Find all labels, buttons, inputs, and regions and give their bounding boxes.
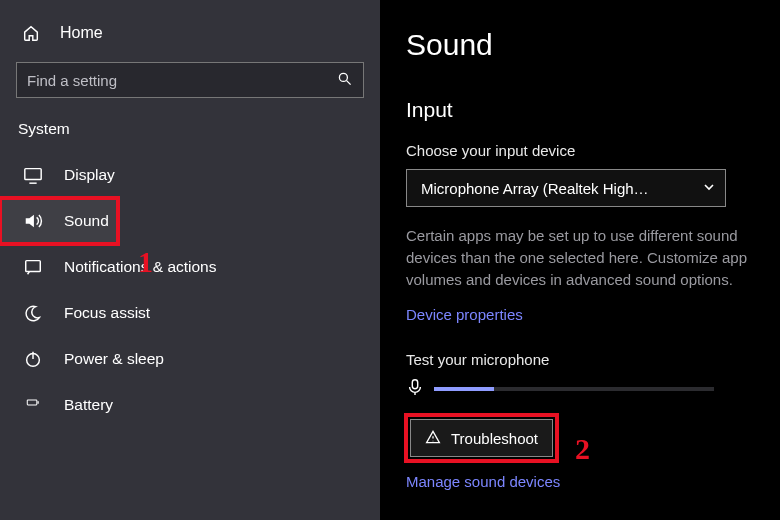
sidebar-item-label: Display [64, 166, 115, 184]
home-nav[interactable]: Home [0, 18, 380, 56]
search-input[interactable] [16, 62, 364, 98]
main-content: Sound Input Choose your input device Mic… [380, 0, 780, 520]
page-title: Sound [406, 28, 780, 62]
mic-test-row [406, 378, 780, 399]
warning-icon [425, 429, 441, 448]
sidebar-item-battery[interactable]: Battery [0, 382, 380, 428]
annotation-badge-2: 2 [575, 432, 590, 466]
troubleshoot-button[interactable]: Troubleshoot [410, 419, 553, 457]
search-field[interactable] [27, 72, 337, 89]
sidebar-group-system: System [0, 116, 380, 152]
mic-level-fill [434, 387, 494, 391]
choose-device-label: Choose your input device [406, 142, 780, 159]
settings-sidebar: Home System Display Sound 1 Notification… [0, 0, 380, 520]
sidebar-item-label: Focus assist [64, 304, 150, 322]
sidebar-item-sound[interactable]: Sound [0, 198, 118, 244]
sidebar-item-notifications[interactable]: Notifications & actions [0, 244, 380, 290]
battery-icon [22, 394, 44, 416]
test-mic-label: Test your microphone [406, 351, 780, 368]
help-text: Certain apps may be set up to use differ… [406, 225, 780, 290]
home-icon [22, 24, 40, 42]
mic-level-track [434, 387, 714, 391]
sound-icon [22, 210, 44, 232]
sidebar-item-label: Battery [64, 396, 113, 414]
svg-rect-6 [412, 380, 417, 389]
focus-assist-icon [22, 302, 44, 324]
annotation-badge-1: 1 [138, 245, 153, 279]
svg-point-7 [433, 440, 434, 441]
svg-rect-1 [25, 169, 41, 180]
dropdown-value: Microphone Array (Realtek High… [421, 180, 649, 197]
sidebar-item-label: Sound [64, 212, 109, 230]
power-icon [22, 348, 44, 370]
svg-point-0 [339, 73, 347, 81]
display-icon [22, 164, 44, 186]
sidebar-item-power-sleep[interactable]: Power & sleep [0, 336, 380, 382]
svg-rect-2 [26, 261, 41, 272]
input-device-dropdown[interactable]: Microphone Array (Realtek High… [406, 169, 726, 207]
sidebar-item-focus-assist[interactable]: Focus assist [0, 290, 380, 336]
microphone-icon [406, 378, 424, 399]
search-icon [337, 71, 353, 90]
sidebar-item-label: Power & sleep [64, 350, 164, 368]
chevron-down-icon [703, 181, 715, 196]
manage-sound-devices-link[interactable]: Manage sound devices [406, 473, 560, 490]
svg-rect-4 [27, 400, 37, 405]
svg-rect-5 [37, 401, 38, 404]
home-label: Home [60, 24, 103, 42]
troubleshoot-label: Troubleshoot [451, 430, 538, 447]
troubleshoot-annotation-box: Troubleshoot [406, 415, 557, 461]
section-input: Input [406, 98, 780, 122]
sidebar-item-display[interactable]: Display [0, 152, 380, 198]
notifications-icon [22, 256, 44, 278]
device-properties-link[interactable]: Device properties [406, 306, 523, 323]
